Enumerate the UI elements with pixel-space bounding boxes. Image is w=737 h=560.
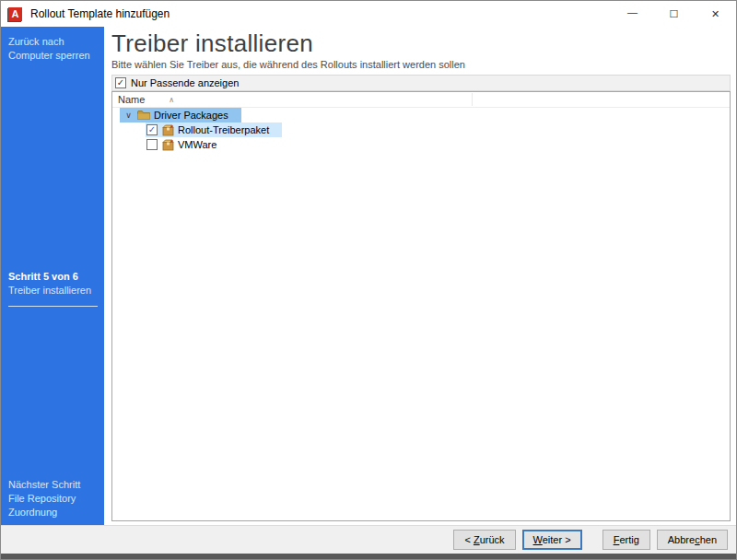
- title-bar: A Rollout Template hinzufügen — ☐ ✕: [1, 1, 736, 27]
- check-icon: ✓: [148, 124, 156, 134]
- window-body: Zurück nach Computer sperren Schritt 5 v…: [1, 27, 736, 525]
- selection-highlight-light: ✓ Rollout-Treiberpaket: [146, 122, 282, 137]
- cancel-button[interactable]: Abbrechen: [657, 530, 728, 550]
- maximize-button[interactable]: ☐: [653, 1, 695, 27]
- maximize-icon: ☐: [670, 8, 679, 20]
- selection-highlight: ∨ Driver Packages: [120, 108, 241, 122]
- caption-buttons: — ☐ ✕: [612, 1, 736, 27]
- item-checkbox-checked[interactable]: ✓: [146, 124, 158, 135]
- driver-tree-panel: Name ∧ ∨ Driver Packages: [111, 91, 731, 521]
- main-content: Treiber installieren Bitte wählen Sie Tr…: [104, 27, 736, 525]
- filter-checkbox-label[interactable]: Nur Passende anzeigen: [131, 77, 239, 88]
- sort-ascending-icon: ∧: [169, 96, 174, 104]
- window-title: Rollout Template hinzufügen: [30, 7, 170, 20]
- column-divider[interactable]: [472, 93, 473, 106]
- sidebar-back-link[interactable]: Zurück nach Computer sperren: [8, 35, 97, 63]
- progress-divider: [8, 306, 98, 307]
- folder-icon: [137, 110, 150, 121]
- filter-band: ✓ Nur Passende anzeigen: [111, 75, 731, 91]
- minimize-icon: —: [627, 6, 638, 18]
- current-step-name: Treiber installieren: [8, 284, 98, 298]
- close-icon: ✕: [711, 8, 719, 20]
- back-button[interactable]: < Zurück: [453, 530, 515, 550]
- wizard-window: A Rollout Template hinzufügen — ☐ ✕ Zurü…: [0, 0, 737, 560]
- tree-item-label: Rollout-Treiberpaket: [178, 124, 269, 135]
- back-link-line1: Zurück nach: [8, 35, 97, 49]
- item-checkbox-unchecked[interactable]: [146, 139, 158, 150]
- finish-button[interactable]: Fertig: [602, 530, 650, 550]
- next-step-name: File Repository Zuordnung: [8, 492, 98, 519]
- page-subtitle: Bitte wählen Sie Treiber aus, die währen…: [111, 59, 731, 71]
- wizard-sidebar: Zurück nach Computer sperren Schritt 5 v…: [1, 27, 104, 525]
- row-content: VMWare: [146, 137, 229, 152]
- filter-checkbox[interactable]: ✓: [115, 77, 126, 88]
- check-icon: ✓: [117, 77, 124, 88]
- tree-item-label: Driver Packages: [154, 110, 228, 121]
- next-button[interactable]: Weiter >: [522, 530, 582, 550]
- tree-row-vmware[interactable]: VMWare: [112, 137, 730, 152]
- package-icon: [162, 139, 174, 151]
- tree-row-rollout-treiberpaket[interactable]: ✓ Rollout-Treiberpaket: [112, 122, 730, 137]
- sidebar-progress: Schritt 5 von 6 Treiber installieren: [8, 270, 98, 307]
- minimize-button[interactable]: —: [612, 1, 653, 27]
- tree-item-label: VMWare: [178, 139, 216, 150]
- page-title: Treiber installieren: [111, 29, 731, 58]
- back-link-line2: Computer sperren: [8, 49, 97, 63]
- app-icon: A: [8, 7, 22, 21]
- next-step-label: Nächster Schritt: [8, 478, 98, 492]
- close-button[interactable]: ✕: [695, 1, 736, 27]
- column-header-name: Name: [118, 94, 145, 105]
- tree-column-header[interactable]: Name ∧: [112, 92, 730, 108]
- wizard-footer: < Zurück Weiter > Fertig Abbrechen: [1, 525, 736, 554]
- sidebar-next-step: Nächster Schritt File Repository Zuordnu…: [8, 478, 98, 519]
- tree-row-driver-packages[interactable]: ∨ Driver Packages: [112, 108, 730, 122]
- step-counter: Schritt 5 von 6: [8, 270, 98, 284]
- window-bottom-edge[interactable]: [1, 554, 736, 559]
- chevron-down-icon[interactable]: ∨: [123, 111, 135, 120]
- package-icon: [162, 124, 174, 136]
